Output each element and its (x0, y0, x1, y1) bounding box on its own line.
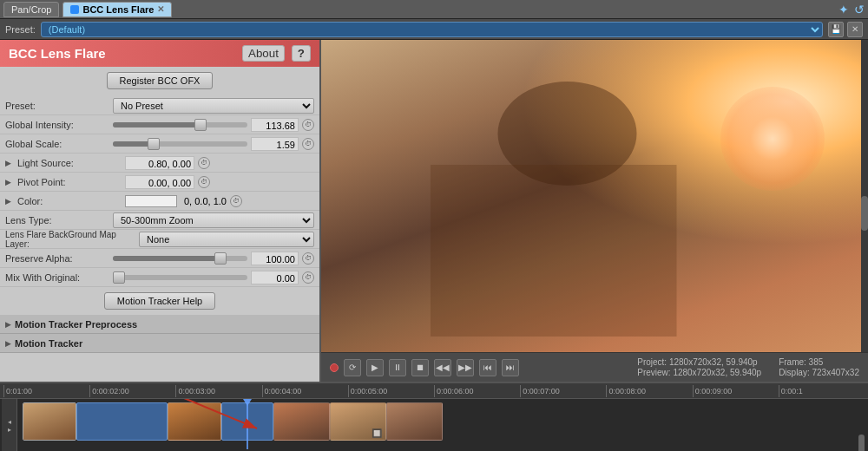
color-value: 0, 0.0, 1.0 (184, 196, 227, 206)
playhead[interactable] (247, 402, 248, 449)
timeline-ticks: 0:01:00 0:00:02:00 0:00:03:00 0:00:04:00… (3, 385, 865, 397)
section-motion-tracker[interactable]: ▶ Motion Tracker (0, 334, 319, 353)
track-label: ◂▸ (5, 418, 13, 434)
light-source-label: Light Source: (17, 158, 122, 168)
clip-7[interactable] (386, 402, 443, 441)
clip-6[interactable]: 🔲 (330, 402, 386, 441)
pivot-point-value: 0.00, 0.00 (125, 175, 194, 189)
transport-btn-play[interactable]: ▶ (366, 359, 384, 376)
transport-btn-stop[interactable]: ⏹ (411, 359, 429, 376)
timeline-tracks: ◂▸ 🔲 (0, 399, 868, 451)
transport-btn-prev[interactable]: ⏮ (479, 359, 496, 376)
pivot-point-label: Pivot Point: (17, 177, 122, 187)
register-row: Register BCC OFX (0, 67, 319, 95)
global-intensity-thumb[interactable] (194, 119, 207, 131)
global-scale-label: Global Scale: (5, 139, 109, 149)
tab-bcc-lens-flare[interactable]: BCC Lens Flare ✕ (62, 2, 172, 17)
right-panel: ⟳ ▶ ⏸ ⏹ ◀◀ ▶▶ ⏮ ⏭ Project: 1280x720x32, … (321, 40, 868, 382)
global-intensity-clock[interactable]: ⏱ (302, 119, 314, 131)
tab-bar: Pan/Crop BCC Lens Flare ✕ ✦ ↺ (0, 0, 868, 19)
lens-type-dropdown[interactable]: 50-300mm Zoom (113, 212, 314, 228)
preset-close-btn[interactable]: ✕ (847, 22, 863, 37)
main-layout: BCC Lens Flare About ? Register BCC OFX … (0, 40, 868, 382)
preserve-alpha-thumb[interactable] (214, 252, 227, 265)
tick-3: 0:00:03:00 (175, 385, 261, 397)
global-scale-track[interactable] (113, 141, 247, 147)
clip-2-blue[interactable] (76, 402, 168, 441)
frame-value-display: Frame: 385 (779, 357, 859, 367)
mix-with-original-label: Mix With Original: (5, 272, 109, 283)
mix-with-original-thumb[interactable] (113, 271, 125, 284)
transport-btn-loop[interactable]: ⟳ (344, 359, 361, 376)
color-clock[interactable]: ⏱ (230, 195, 242, 207)
mix-with-original-clock[interactable]: ⏱ (302, 271, 314, 284)
add-icon[interactable]: ✦ (838, 3, 849, 16)
preserve-alpha-clock[interactable]: ⏱ (302, 252, 314, 265)
tick-1: 0:01:00 (3, 385, 89, 397)
mix-with-original-track[interactable] (113, 275, 247, 280)
preset-param-label: Preset: (5, 101, 109, 111)
clip-5[interactable] (273, 402, 330, 441)
tab-close-icon[interactable]: ✕ (157, 4, 164, 14)
pivot-point-expand[interactable]: ▶ (5, 178, 14, 186)
record-indicator[interactable] (330, 363, 339, 372)
preset-row: Preset: (Default) 💾 ✕ (0, 19, 868, 40)
preset-dropdown[interactable]: (Default) (41, 22, 823, 37)
global-scale-clock[interactable]: ⏱ (302, 138, 314, 150)
global-scale-thumb[interactable] (148, 138, 160, 150)
section-motion-tracker-preprocess[interactable]: ▶ Motion Tracker Preprocess (0, 315, 319, 334)
pivot-point-clock[interactable]: ⏱ (198, 176, 210, 188)
help-btn[interactable]: ? (292, 45, 311, 62)
timeline-ruler[interactable]: 0:01:00 0:00:02:00 0:00:03:00 0:00:04:00… (0, 383, 868, 399)
param-row-mix-with-original: Mix With Original: 0.00 ⏱ (0, 268, 319, 287)
preset-save-btn[interactable]: 💾 (828, 22, 844, 37)
refresh-icon[interactable]: ↺ (854, 3, 865, 16)
motion-tracker-label: Motion Tracker (15, 338, 82, 349)
bcc-tab-icon (70, 5, 79, 14)
track-content-area: 🔲 (23, 402, 858, 449)
video-scrollbar[interactable] (861, 40, 868, 352)
preset-param-dropdown-area: No Preset (113, 98, 314, 114)
project-label: Project: 1280x720x32, 59.940p (637, 357, 761, 367)
global-intensity-track[interactable] (113, 122, 247, 127)
transport-btn-next[interactable]: ⏭ (502, 359, 519, 376)
tick-9: 0:00:09:00 (693, 385, 779, 397)
light-source-clock[interactable]: ⏱ (198, 157, 210, 169)
tab-pan-crop[interactable]: Pan/Crop (3, 2, 59, 17)
preset-action-icons: 💾 ✕ (828, 22, 863, 37)
register-btn[interactable]: Register BCC OFX (107, 72, 214, 89)
about-btn[interactable]: About (242, 45, 285, 62)
tick-2: 0:00:02:00 (89, 385, 175, 397)
timeline-area: 0:01:00 0:00:02:00 0:00:03:00 0:00:04:00… (0, 382, 868, 451)
color-expand[interactable]: ▶ (5, 197, 14, 206)
color-swatch[interactable] (125, 195, 177, 207)
global-scale-slider-area (113, 141, 247, 147)
motion-tracker-preprocess-label: Motion Tracker Preprocess (15, 319, 137, 330)
transport-btn-prev-frame[interactable]: ◀◀ (434, 359, 451, 376)
clip-1[interactable] (23, 402, 76, 441)
left-panel: BCC Lens Flare About ? Register BCC OFX … (0, 40, 321, 382)
no-preset-dropdown[interactable]: No Preset (113, 98, 314, 114)
param-row-preserve-alpha: Preserve Alpha: 100.00 ⏱ (0, 249, 319, 268)
global-intensity-label: Global Intensity: (5, 120, 109, 130)
transport-btn-next-frame[interactable]: ▶▶ (457, 359, 474, 376)
tick-7: 0:00:07:00 (520, 385, 606, 397)
video-scrollbar-thumb[interactable] (861, 196, 868, 231)
track-label-area: ◂▸ (2, 399, 17, 451)
top-bar-icons: ✦ ↺ (838, 3, 865, 16)
tick-5: 0:00:05:00 (348, 385, 434, 397)
plugin-title: BCC Lens Flare (9, 46, 106, 61)
motion-tracker-help-btn[interactable]: Motion Tracker Help (104, 292, 215, 310)
light-source-expand[interactable]: ▶ (5, 159, 14, 167)
plugin-header: BCC Lens Flare About ? (0, 40, 319, 67)
clip-5-thumbnail (274, 403, 329, 440)
preserve-alpha-track[interactable] (113, 256, 247, 261)
video-background (321, 40, 868, 352)
tick-4: 0:00:04:00 (262, 385, 348, 397)
timeline-scrollbar-thumb[interactable] (858, 435, 865, 451)
transport-btn-pause[interactable]: ⏸ (389, 359, 406, 376)
bg-map-layer-dropdown[interactable]: None (139, 232, 314, 247)
clip-3[interactable] (168, 402, 221, 441)
param-row-preset: Preset: No Preset (0, 96, 319, 115)
param-row-global-intensity: Global Intensity: 113.68 ⏱ (0, 115, 319, 134)
